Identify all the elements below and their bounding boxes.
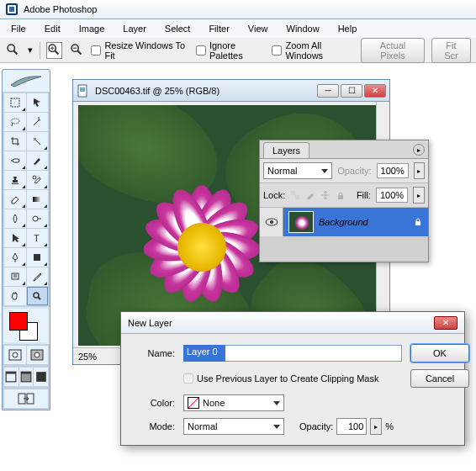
dialog-title: New Layer (128, 318, 172, 328)
menu-file[interactable]: File (3, 21, 34, 36)
resize-windows-checkbox[interactable]: Resize Windows To Fit (91, 40, 189, 61)
quickmask-off-icon[interactable] (4, 346, 26, 364)
menu-edit[interactable]: Edit (37, 21, 68, 36)
marquee-tool[interactable] (4, 93, 26, 112)
ignore-palettes-checkbox[interactable]: Ignore Palettes (196, 40, 266, 61)
tool-preset-dropdown[interactable]: ▾ (28, 45, 33, 56)
mode-label: Mode: (133, 421, 175, 431)
options-bar: ▾ Resize Windows To Fit Ignore Palettes … (0, 38, 476, 63)
lasso-tool[interactable] (4, 113, 26, 131)
percent-label: % (385, 421, 394, 431)
hand-tool[interactable] (4, 287, 26, 305)
lock-all-icon[interactable] (336, 190, 346, 200)
svg-rect-33 (6, 372, 16, 373)
svg-line-27 (38, 297, 40, 299)
path-select-tool[interactable] (4, 229, 26, 247)
zoom-out-icon[interactable] (69, 42, 85, 59)
minimize-button[interactable]: ─ (317, 84, 339, 98)
layer-color-select[interactable]: None (183, 394, 284, 411)
layer-thumbnail[interactable] (288, 211, 314, 233)
pen-tool[interactable] (4, 248, 26, 267)
layer-mode-select[interactable]: Normal (183, 418, 284, 435)
menu-filter[interactable]: Filter (201, 21, 236, 36)
dialog-titlebar[interactable]: New Layer ✕ (121, 312, 464, 334)
shape-tool[interactable] (27, 248, 49, 267)
zoom-in-icon[interactable] (46, 42, 62, 59)
svg-point-3 (8, 45, 14, 51)
layer-list: Background (260, 208, 428, 262)
lock-move-icon[interactable] (320, 190, 331, 200)
opacity-slider-icon[interactable]: ▸ (414, 162, 425, 179)
heal-tool[interactable] (4, 151, 26, 170)
menu-layer[interactable]: Layer (115, 21, 154, 36)
notes-tool[interactable] (4, 267, 26, 286)
wand-tool[interactable] (27, 113, 49, 131)
screenmode-full-menu-icon[interactable] (19, 368, 34, 386)
fit-screen-button[interactable]: Fit Scr (431, 38, 471, 63)
dialog-close-button[interactable]: ✕ (434, 316, 457, 330)
svg-rect-2 (9, 7, 14, 12)
layer-fill-input[interactable] (376, 188, 408, 203)
brush-tool[interactable] (27, 151, 49, 170)
menu-window[interactable]: Window (279, 21, 327, 36)
layer-opacity-input[interactable] (377, 163, 409, 178)
svg-rect-18 (33, 197, 41, 202)
svg-line-4 (13, 51, 17, 55)
lock-transparent-icon[interactable] (290, 190, 300, 200)
document-titlebar[interactable]: DSC00463.tif @ 25% (RGB/8) ─ ☐ ✕ (73, 80, 389, 102)
slice-tool[interactable] (27, 132, 49, 151)
lock-paint-icon[interactable] (305, 190, 315, 200)
menu-help[interactable]: Help (331, 21, 365, 36)
blend-mode-select[interactable]: Normal (263, 162, 332, 179)
screenmode-full-icon[interactable] (34, 368, 48, 386)
actual-pixels-button[interactable]: Actual Pixels (361, 38, 425, 63)
fill-slider-icon[interactable]: ▸ (413, 187, 425, 204)
zoom-all-checkbox[interactable]: Zoom All Windows (272, 40, 354, 61)
history-brush-tool[interactable] (27, 171, 49, 189)
eraser-tool[interactable] (4, 190, 26, 209)
dodge-tool[interactable] (27, 209, 49, 228)
zoom-level[interactable]: 25% (78, 352, 97, 362)
toolbox-header-icon[interactable] (3, 70, 50, 92)
menu-view[interactable]: View (241, 21, 276, 36)
menu-select[interactable]: Select (157, 21, 198, 36)
menu-image[interactable]: Image (71, 21, 113, 36)
crop-tool[interactable] (4, 132, 26, 151)
blur-tool[interactable] (4, 209, 26, 228)
ok-button[interactable]: OK (410, 344, 469, 363)
svg-point-19 (33, 216, 38, 221)
maximize-button[interactable]: ☐ (341, 84, 362, 98)
svg-rect-43 (338, 195, 343, 199)
clipping-mask-checkbox: Use Previous Layer to Create Clipping Ma… (183, 373, 402, 384)
move-tool[interactable] (27, 93, 49, 112)
svg-point-17 (33, 176, 36, 179)
svg-rect-46 (415, 221, 420, 225)
zoom-tool-icon[interactable] (5, 42, 21, 59)
panel-menu-icon[interactable]: ▸ (413, 144, 425, 156)
zoom-tool[interactable] (27, 287, 49, 305)
foreground-color-swatch[interactable] (9, 312, 28, 331)
gradient-tool[interactable] (27, 190, 49, 209)
opacity-popup-icon[interactable]: ▸ (370, 418, 382, 435)
type-tool[interactable]: T (27, 229, 49, 247)
layers-tab[interactable]: Layers (263, 142, 309, 158)
quickmask-on-icon[interactable] (27, 346, 49, 364)
layers-panel: Layers ▸ Normal Opacity: ▸ Lock: Fill: ▸… (259, 140, 429, 262)
screenmode-standard-icon[interactable] (4, 368, 19, 386)
layer-row-background[interactable]: Background (260, 208, 428, 236)
svg-point-31 (34, 352, 40, 357)
color-swatches[interactable] (4, 309, 48, 342)
svg-rect-35 (21, 372, 31, 373)
stamp-tool[interactable] (4, 171, 26, 189)
layer-name[interactable]: Background (319, 217, 368, 227)
eyedropper-tool[interactable] (27, 267, 49, 286)
name-label: Name: (133, 348, 175, 358)
toolbox: T (2, 69, 50, 410)
dialog-opacity-input[interactable] (336, 418, 367, 435)
layer-name-input[interactable] (183, 345, 402, 362)
jump-to-imageready-icon[interactable] (4, 389, 48, 408)
visibility-toggle-icon[interactable] (260, 208, 283, 236)
svg-rect-40 (80, 87, 85, 92)
cancel-button[interactable]: Cancel (410, 369, 469, 388)
close-button[interactable]: ✕ (364, 84, 386, 98)
